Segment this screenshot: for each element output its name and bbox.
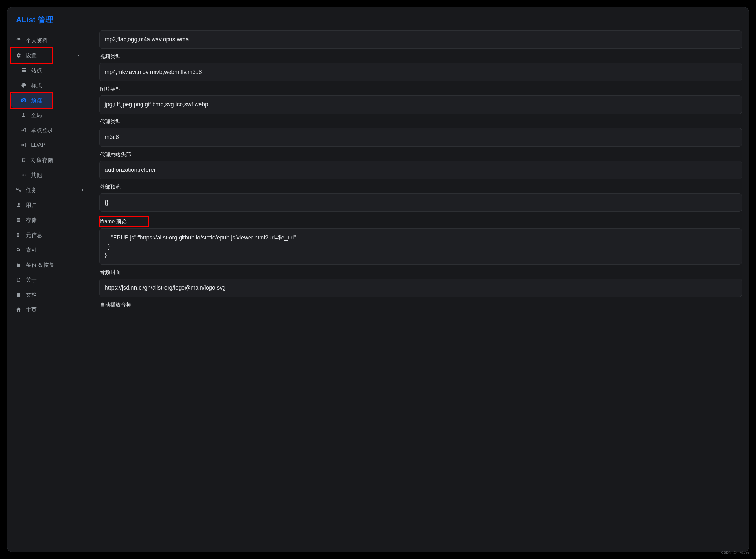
sidebar-item-global[interactable]: 全局 [12, 108, 89, 123]
app-title: AList 管理 [16, 15, 740, 25]
video-types-input[interactable]: mp4,mkv,avi,mov,rmvb,webm,flv,m3u8 [99, 63, 742, 81]
sidebar-item-label: 关于 [26, 276, 37, 284]
sidebar-item-sso[interactable]: 单点登录 [12, 123, 89, 138]
external-previews-label: 外部预览 [100, 184, 742, 191]
sidebar-item-tasks[interactable]: 任务 [12, 182, 89, 198]
sidebar-item-label: 用户 [26, 201, 37, 209]
server-icon [15, 217, 22, 223]
sidebar-item-label: 站点 [31, 67, 42, 74]
sidebar-item-about[interactable]: 关于 [12, 272, 89, 287]
sidebar-item-label: 主页 [26, 306, 37, 314]
proxy-types-label: 代理类型 [100, 118, 742, 125]
user-icon [15, 202, 22, 208]
gear-icon [15, 52, 22, 59]
login-icon [21, 127, 27, 133]
sidebar-item-label: 单点登录 [31, 127, 53, 134]
sidebar-item-label: 设置 [26, 52, 37, 59]
login-icon [21, 142, 27, 148]
proxy-ignore-headers-label: 代理忽略头部 [100, 151, 742, 158]
search-icon [15, 247, 22, 253]
grid-icon [15, 232, 22, 238]
audio-types-input[interactable]: mp3,flac,ogg,m4a,wav,opus,wma [99, 30, 742, 49]
dots-icon [21, 172, 27, 178]
bucket-icon [21, 157, 27, 163]
settings-preview-panel: mp3,flac,ogg,m4a,wav,opus,wma 视频类型 mp4,m… [93, 30, 749, 552]
sidebar-settings-submenu: 站点 样式 预览 全局 [12, 63, 89, 182]
title-bar: AList 管理 [7, 7, 749, 30]
sidebar-item-object-storage[interactable]: 对象存储 [12, 153, 89, 167]
svg-point-1 [23, 175, 24, 176]
sidebar-item-docs[interactable]: 文档 [12, 287, 89, 302]
external-previews-input[interactable]: {} [99, 193, 742, 212]
sidebar-item-settings[interactable]: 设置 [12, 48, 53, 63]
sidebar-item-label: 预览 [31, 97, 42, 104]
book-icon [15, 292, 22, 298]
sidebar-item-label: 文档 [26, 291, 37, 299]
sidebar-item-meta[interactable]: 元信息 [12, 227, 89, 242]
proxy-types-input[interactable]: m3u8 [99, 128, 742, 147]
sidebar-item-ldap[interactable]: LDAP [12, 138, 89, 153]
database-icon [15, 262, 22, 268]
iframe-previews-label: Iframe 预览 [100, 219, 127, 224]
home-icon [15, 307, 22, 313]
svg-point-0 [22, 175, 23, 176]
sidebar-item-style[interactable]: 样式 [12, 78, 89, 93]
sidebar-item-preview[interactable]: 预览 [12, 93, 53, 108]
sidebar-item-label: 索引 [26, 246, 37, 254]
camera-icon [21, 97, 27, 104]
sidebar-item-label: 备份 & 恢复 [26, 261, 55, 269]
iframe-previews-input[interactable]: "EPUB.js":"https://alist-org.github.io/s… [99, 228, 742, 265]
audio-cover-input[interactable]: https://jsd.nn.ci/gh/alist-org/logo@main… [99, 278, 742, 297]
image-types-label: 图片类型 [100, 86, 742, 93]
note-icon [15, 276, 22, 283]
iframe-previews-label-highlight: Iframe 预览 [99, 216, 149, 227]
app-body: 个人资料 设置 站点 [7, 30, 749, 552]
sidebar-item-storage[interactable]: 存储 [12, 213, 89, 227]
audio-autoplay-label: 自动播放音频 [100, 301, 742, 309]
chevron-right-icon [81, 188, 85, 192]
sidebar-item-label: 个人资料 [26, 37, 48, 44]
sidebar-item-backup[interactable]: 备份 & 恢复 [12, 258, 89, 272]
sidebar-item-index[interactable]: 索引 [12, 242, 89, 258]
sidebar-item-label: 元信息 [26, 231, 42, 239]
joystick-icon [21, 112, 27, 118]
svg-point-2 [25, 175, 26, 176]
dashboard-icon [15, 37, 22, 44]
sidebar-item-label: 其他 [31, 172, 42, 179]
palette-icon [21, 82, 27, 89]
image-types-input[interactable]: jpg,tiff,jpeg,png,gif,bmp,svg,ico,swf,we… [99, 95, 742, 114]
sidebar-item-other[interactable]: 其他 [12, 167, 89, 182]
sidebar-item-label: LDAP [31, 142, 45, 148]
sidebar-item-users[interactable]: 用户 [12, 198, 89, 213]
sidebar-item-label: 任务 [26, 186, 37, 194]
video-types-label: 视频类型 [100, 53, 742, 60]
sidebar-item-label: 对象存储 [31, 157, 53, 164]
window-icon [21, 67, 27, 73]
chevron-down-icon [76, 53, 81, 58]
sidebar-item-label: 样式 [31, 82, 42, 89]
sidebar-item-home[interactable]: 主页 [12, 302, 89, 317]
sidebar-item-site[interactable]: 站点 [12, 63, 89, 78]
sidebar-item-label: 存储 [26, 216, 37, 224]
sidebar-item-profile[interactable]: 个人资料 [12, 33, 89, 48]
workflow-icon [15, 187, 22, 193]
proxy-ignore-headers-input[interactable]: authorization,referer [99, 161, 742, 179]
app-window: AList 管理 个人资料 设置 [7, 7, 749, 552]
sidebar-item-label: 全局 [31, 112, 42, 119]
audio-cover-label: 音频封面 [100, 269, 742, 276]
sidebar: 个人资料 设置 站点 [7, 30, 93, 552]
